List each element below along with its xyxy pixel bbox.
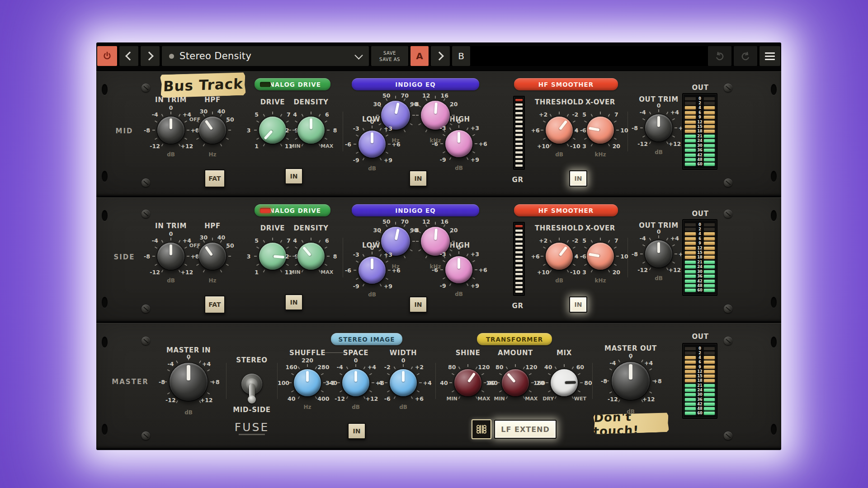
tick-mark	[286, 121, 289, 123]
led-segment	[704, 384, 715, 387]
mid-fat-button[interactable]: FAT	[204, 169, 225, 188]
tick-mark	[555, 366, 557, 369]
hf-smoother-header: HF SMOOTHER	[514, 78, 618, 90]
mid-in-trim-knob[interactable]	[157, 117, 184, 144]
side-analog-drive-in-button[interactable]: IN	[285, 294, 303, 310]
tick-mark	[614, 121, 617, 123]
undo-button[interactable]	[708, 46, 731, 66]
hamburger-icon	[765, 52, 775, 54]
tick-mark	[254, 256, 257, 257]
master-master-out-knob[interactable]	[612, 362, 650, 400]
tick-mark	[467, 127, 469, 130]
led-segment	[685, 379, 696, 382]
master-amount-knob[interactable]	[502, 369, 529, 396]
ab-slot-a-button[interactable]: A	[410, 46, 429, 66]
master-stereo-image-in-button[interactable]: IN	[348, 423, 366, 439]
master-mix-knob[interactable]	[551, 369, 578, 396]
master-shuffle-knob[interactable]	[294, 369, 321, 396]
scale-label: -9	[353, 157, 359, 164]
tick-mark	[295, 264, 297, 266]
side-x-over-knob[interactable]	[587, 243, 614, 270]
analog-drive-in-button-label: IN	[290, 173, 298, 180]
scale-label: 50	[382, 218, 390, 225]
scale-label: 0	[187, 353, 191, 360]
side-in-trim-knob[interactable]	[157, 243, 184, 270]
menu-button[interactable]	[760, 46, 780, 66]
side-high-gain-knob[interactable]	[445, 256, 472, 283]
mid-x-over-knob[interactable]	[587, 117, 614, 144]
gr-led-segment	[515, 260, 523, 262]
scale-label: -2	[384, 363, 391, 370]
master-master-in-knob[interactable]	[170, 363, 208, 401]
side-low-gain-knob[interactable]	[359, 257, 386, 284]
side-eq-in-button[interactable]: IN	[409, 296, 427, 313]
master-shine-knob[interactable]	[454, 369, 481, 396]
led-segment	[685, 347, 696, 350]
master-width-knob[interactable]	[390, 369, 417, 396]
preset-selector[interactable]: Stereo Density	[162, 46, 369, 66]
tick-mark	[355, 364, 356, 367]
transformer-icon-button[interactable]	[472, 419, 491, 439]
hf-smoother-header: HF SMOOTHER	[514, 204, 618, 216]
mid-hf-smoother-in-button[interactable]: IN	[569, 170, 587, 187]
save-button[interactable]: SAVE	[383, 51, 396, 56]
mid-eq-in-button[interactable]: IN	[409, 170, 427, 187]
tick-mark	[298, 396, 300, 399]
next-preset-button[interactable]	[141, 46, 160, 66]
side-out-trim-knob[interactable]	[645, 240, 672, 267]
mid-low-gain-knob[interactable]	[359, 131, 386, 158]
scale-label: 7	[614, 237, 618, 244]
ab-copy-button[interactable]	[431, 46, 450, 66]
tick-mark	[298, 366, 300, 369]
stereo-midside-toggle[interactable]	[238, 361, 265, 406]
led-segment	[704, 261, 715, 264]
master-space-knob[interactable]	[342, 369, 369, 396]
mid-hpf-knob[interactable]	[199, 117, 226, 144]
tick-mark	[591, 240, 593, 243]
tick-mark	[280, 270, 283, 272]
rack-hole	[102, 171, 108, 182]
scale-label: -12	[335, 395, 345, 402]
scale-label: 5	[255, 111, 259, 117]
side-drive-knob[interactable]	[259, 243, 286, 270]
tick-mark	[452, 390, 454, 393]
mid-density-knob[interactable]	[297, 117, 325, 144]
tick-mark	[543, 264, 546, 266]
scale-label: 7	[287, 111, 291, 117]
side-density-knob[interactable]	[297, 243, 325, 270]
tick-mark	[417, 390, 420, 393]
tick-mark	[443, 151, 445, 154]
mid-threshold-knob[interactable]	[546, 117, 573, 144]
mid-analog-drive-in-button[interactable]: IN	[285, 168, 303, 184]
tick-mark	[555, 396, 557, 399]
toolbar-spacer	[472, 46, 706, 66]
scale-label: 40	[440, 380, 448, 386]
mid-high-gain-knob[interactable]	[445, 130, 472, 157]
scale-label: 5	[255, 237, 259, 244]
side-hpf-knob[interactable]	[199, 243, 226, 270]
side-hf-smoother-in-button[interactable]: IN	[569, 296, 587, 313]
ab-slot-b-button[interactable]: B	[452, 46, 470, 66]
mid-out-trim-knob[interactable]	[645, 114, 672, 141]
led-segment	[685, 247, 696, 250]
gr-led-segment	[515, 291, 523, 293]
led-segment	[704, 284, 715, 287]
gr-led-segment	[515, 230, 523, 232]
side-threshold-knob[interactable]	[546, 243, 573, 270]
prev-preset-button[interactable]	[119, 46, 138, 66]
title-in-trim: IN TRIM	[155, 222, 187, 230]
power-button[interactable]	[97, 46, 117, 66]
tick-mark	[642, 262, 645, 264]
meter-scale-label: 0	[696, 97, 704, 101]
tick-mark	[649, 141, 651, 144]
tick-mark	[194, 256, 197, 257]
row-label: SIDE	[113, 253, 135, 261]
tick-mark	[675, 127, 677, 128]
meter-scale-label: 6	[696, 111, 704, 115]
scale-label: Hz	[208, 151, 216, 158]
side-fat-button[interactable]: FAT	[204, 296, 225, 314]
save-as-button[interactable]: SAVE AS	[379, 57, 400, 62]
redo-button[interactable]	[734, 46, 757, 66]
master-lf-extend-button[interactable]: LF EXTEND	[494, 420, 557, 439]
mid-drive-knob[interactable]	[259, 117, 286, 144]
